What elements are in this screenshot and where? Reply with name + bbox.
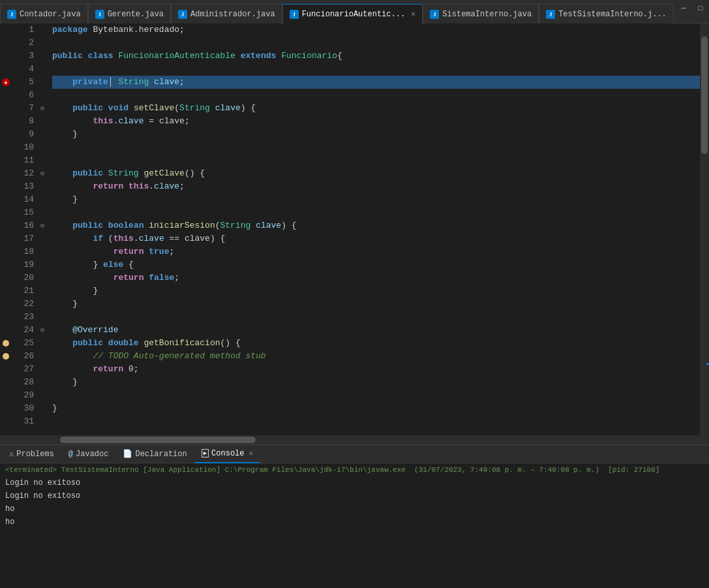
tab-label: Contador.java xyxy=(20,10,81,19)
java-icon: J xyxy=(178,10,187,19)
tab-gerente[interactable]: J Gerente.java xyxy=(88,4,171,23)
fold-12[interactable]: ⊖ xyxy=(38,167,47,180)
panel-tab-bar: ⚠ Problems @ Javadoc 📄 Declaration ▶ Con… xyxy=(0,445,709,463)
code-line-17: if (this.clave == clave) { xyxy=(52,232,700,245)
java-icon: J xyxy=(7,10,16,19)
code-line-2 xyxy=(52,37,700,50)
console-output-2: Login no exitoso xyxy=(5,489,704,503)
problems-icon: ⚠ xyxy=(9,449,14,459)
restore-button[interactable]: □ xyxy=(692,0,709,17)
line-numbers: 1 2 3 4 5 6 7 8 9 10 11 12 13 14 15 16 1… xyxy=(12,23,38,435)
code-editor[interactable]: package Bytebank.heredado; public class … xyxy=(47,23,700,435)
tab-bar: J Contador.java J Gerente.java J Adminis… xyxy=(0,0,709,23)
breakpoint-indicator[interactable]: ● xyxy=(2,78,10,86)
code-line-13: return this.clave; xyxy=(52,180,700,193)
code-line-5: private│ String clave; xyxy=(52,76,700,89)
java-icon: J xyxy=(546,10,555,19)
code-line-8: this.clave = clave; xyxy=(52,115,700,128)
code-line-30: } xyxy=(52,402,700,415)
tab-administrador[interactable]: J Administrador.java xyxy=(171,4,282,23)
fold-7[interactable]: ⊖ xyxy=(38,102,47,115)
close-tab-icon[interactable]: ✕ xyxy=(411,10,415,18)
scrollbar-marker xyxy=(706,363,709,365)
console-icon: ▶ xyxy=(202,449,209,457)
at-icon: @ xyxy=(68,450,73,459)
declaration-label: Declaration xyxy=(135,450,187,459)
console-output-3: ho xyxy=(5,503,704,516)
java-icon: J xyxy=(430,10,439,19)
minimize-button[interactable]: ─ xyxy=(675,0,692,17)
code-line-1: package Bytebank.heredado; xyxy=(52,23,700,37)
java-icon: J xyxy=(95,10,104,19)
code-line-12: public String getClave() { xyxy=(52,167,700,180)
declaration-icon: 📄 xyxy=(123,449,132,459)
tab-label: Administrador.java xyxy=(190,10,275,19)
code-line-9: } xyxy=(52,128,700,141)
code-line-29 xyxy=(52,389,700,402)
code-line-25: public double getBonificacion() { xyxy=(52,337,700,350)
code-line-15 xyxy=(52,206,700,219)
tab-label: TestSistemaInterno.j... xyxy=(558,10,667,19)
fold-24[interactable]: ⊖ xyxy=(38,324,47,337)
scrollbar-thumb[interactable] xyxy=(701,37,708,154)
javadoc-label: Javadoc xyxy=(76,450,108,459)
horizontal-scrollbar[interactable] xyxy=(0,435,709,444)
console-title: <terminated> TestSistemaInterno [Java Ap… xyxy=(5,466,704,474)
code-line-23 xyxy=(52,311,700,324)
console-label: Console xyxy=(211,449,244,458)
panel-tab-console[interactable]: ▶ Console ✕ xyxy=(195,445,260,463)
problems-label: Problems xyxy=(16,450,54,459)
panel-tab-problems[interactable]: ⚠ Problems xyxy=(3,445,61,463)
code-line-14: } xyxy=(52,193,700,206)
console-output-4: ho xyxy=(5,516,704,529)
panel-tab-declaration[interactable]: 📄 Declaration xyxy=(116,445,193,463)
h-scrollbar-inner[interactable] xyxy=(47,435,700,444)
code-line-24: @Override xyxy=(52,324,700,337)
code-line-19: } else { xyxy=(52,258,700,271)
java-icon: J xyxy=(290,10,299,19)
bottom-panel: ⚠ Problems @ Javadoc 📄 Declaration ▶ Con… xyxy=(0,444,709,588)
tab-label: Gerente.java xyxy=(108,10,164,19)
warning-indicator-26 xyxy=(3,353,9,360)
fold-16[interactable]: ⊖ xyxy=(38,219,47,232)
code-line-20: return false; xyxy=(52,271,700,285)
tab-label: SistemaInterno.java xyxy=(442,10,532,19)
fold-column: ⊖ ⊖ ⊖ ⊖ xyxy=(38,23,47,435)
code-line-22: } xyxy=(52,298,700,311)
code-line-11 xyxy=(52,154,700,167)
code-line-16: public boolean iniciarSesion(String clav… xyxy=(52,219,700,232)
window-controls: ─ □ xyxy=(675,0,709,17)
code-line-26: // TODO Auto-generated method stub xyxy=(52,350,700,363)
h-scrollbar-thumb[interactable] xyxy=(60,437,256,443)
console-content: <terminated> TestSistemaInterno [Java Ap… xyxy=(0,463,709,588)
warning-indicator-25 xyxy=(3,340,9,347)
tab-contador[interactable]: J Contador.java xyxy=(0,4,88,23)
console-output-1: Login no exitoso xyxy=(5,476,704,489)
tab-sistemainterno[interactable]: J SistemaInterno.java xyxy=(423,4,539,23)
code-line-18: return true; xyxy=(52,245,700,258)
tab-label: FuncionarioAutentic... xyxy=(302,10,405,19)
code-line-6 xyxy=(52,89,700,102)
code-line-3: public class FuncionarioAutenticable ext… xyxy=(52,50,700,63)
tab-testsistemainterno[interactable]: J TestSistemaInterno.j... xyxy=(539,4,674,23)
code-line-31 xyxy=(52,415,700,428)
tab-funcionario[interactable]: J FuncionarioAutentic... ✕ xyxy=(282,4,423,23)
close-console-icon[interactable]: ✕ xyxy=(249,449,254,457)
code-line-4 xyxy=(52,63,700,76)
code-line-21: } xyxy=(52,285,700,298)
vertical-scrollbar[interactable] xyxy=(700,23,709,435)
editor-container: ● 1 2 3 4 5 6 7 8 xyxy=(0,23,709,435)
panel-tab-javadoc[interactable]: @ Javadoc xyxy=(62,445,115,463)
code-line-27: return 0; xyxy=(52,363,700,376)
code-line-7: public void setClave(String clave) { xyxy=(52,102,700,115)
code-line-10 xyxy=(52,141,700,154)
code-line-28: } xyxy=(52,376,700,389)
